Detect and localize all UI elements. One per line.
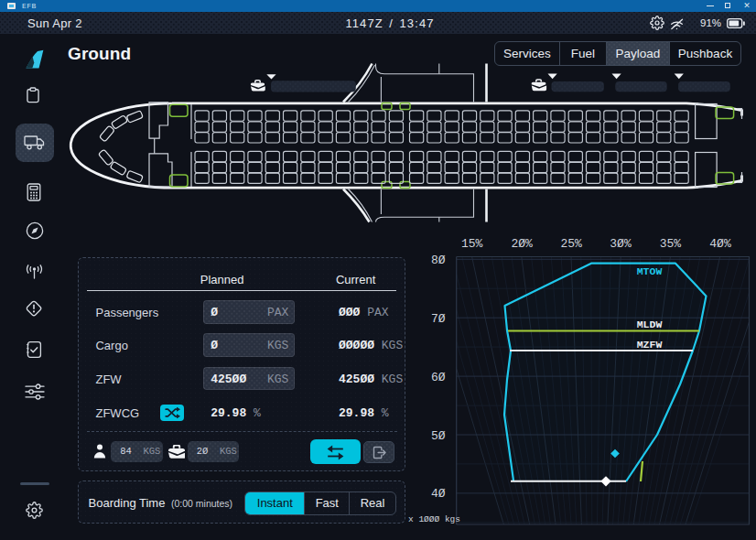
svg-text:15%: 15% — [461, 237, 483, 251]
svg-text:4Ø: 4Ø — [431, 487, 446, 501]
svg-text:MTOW: MTOW — [637, 265, 663, 277]
svg-text:4Ø%: 4Ø% — [709, 237, 731, 251]
svg-text:2Ø%: 2Ø% — [511, 237, 533, 251]
svg-text:6Ø: 6Ø — [431, 371, 446, 384]
svg-text:5Ø: 5Ø — [431, 429, 446, 443]
svg-text:3Ø%: 3Ø% — [610, 237, 632, 251]
svg-text:x 1ØØØ kgs: x 1ØØØ kgs — [408, 514, 460, 524]
svg-text:MLDW: MLDW — [637, 319, 663, 330]
svg-text:MZFW: MZFW — [637, 339, 663, 351]
svg-text:35%: 35% — [660, 237, 682, 251]
svg-text:8Ø: 8Ø — [431, 254, 446, 267]
svg-text:7Ø: 7Ø — [431, 312, 446, 326]
svg-text:25%: 25% — [560, 237, 582, 251]
